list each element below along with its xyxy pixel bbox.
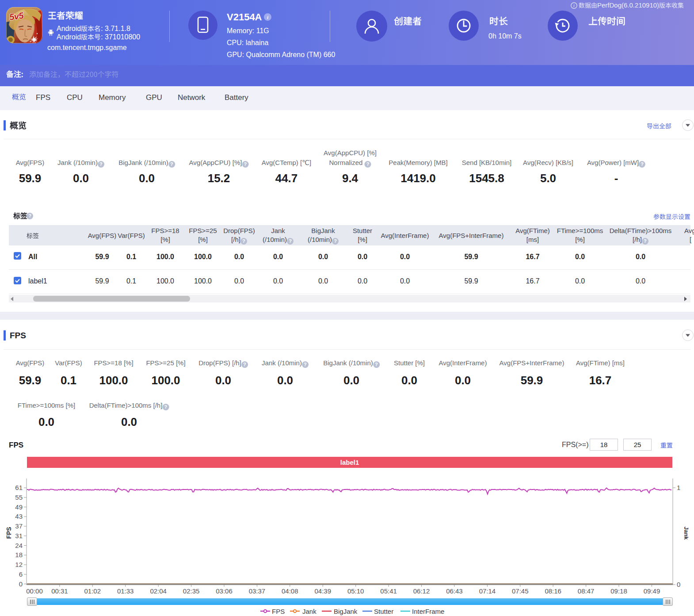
svg-text:01:02: 01:02 bbox=[84, 587, 101, 595]
svg-text:08:16: 08:16 bbox=[545, 587, 561, 595]
svg-text:07:45: 07:45 bbox=[512, 587, 529, 595]
svg-text:37: 37 bbox=[15, 522, 23, 530]
svg-text:09:49: 09:49 bbox=[644, 587, 660, 595]
svg-text:43: 43 bbox=[15, 513, 23, 520]
svg-text:24: 24 bbox=[15, 542, 23, 549]
svg-text:0: 0 bbox=[19, 580, 23, 588]
svg-text:05:41: 05:41 bbox=[380, 587, 397, 595]
svg-text:06:43: 06:43 bbox=[446, 587, 463, 595]
svg-text:03:37: 03:37 bbox=[249, 587, 266, 595]
svg-text:01:33: 01:33 bbox=[117, 587, 134, 595]
svg-text:06:12: 06:12 bbox=[413, 587, 430, 595]
svg-text:61: 61 bbox=[15, 484, 23, 491]
svg-text:00:31: 00:31 bbox=[51, 587, 68, 595]
svg-text:i: i bbox=[573, 3, 575, 8]
svg-text:07:14: 07:14 bbox=[479, 587, 496, 595]
svg-text:6: 6 bbox=[19, 570, 23, 578]
svg-text:31: 31 bbox=[15, 532, 23, 539]
svg-text:12: 12 bbox=[15, 561, 23, 568]
svg-text:04:08: 04:08 bbox=[282, 587, 298, 595]
svg-text:05:10: 05:10 bbox=[347, 587, 364, 595]
svg-text:00:00: 00:00 bbox=[26, 587, 43, 595]
svg-text:02:35: 02:35 bbox=[183, 587, 200, 595]
svg-text:02:04: 02:04 bbox=[150, 587, 167, 595]
svg-text:5v5: 5v5 bbox=[9, 10, 25, 22]
svg-text:09:18: 09:18 bbox=[610, 587, 627, 595]
svg-text:1: 1 bbox=[677, 484, 680, 491]
svg-text:55: 55 bbox=[15, 494, 23, 501]
svg-text:04:39: 04:39 bbox=[315, 587, 332, 595]
svg-text:18: 18 bbox=[15, 551, 23, 559]
svg-text:0: 0 bbox=[677, 581, 680, 588]
svg-text:08:47: 08:47 bbox=[578, 587, 595, 595]
svg-text:03:06: 03:06 bbox=[216, 587, 233, 595]
svg-text:49: 49 bbox=[15, 503, 23, 511]
